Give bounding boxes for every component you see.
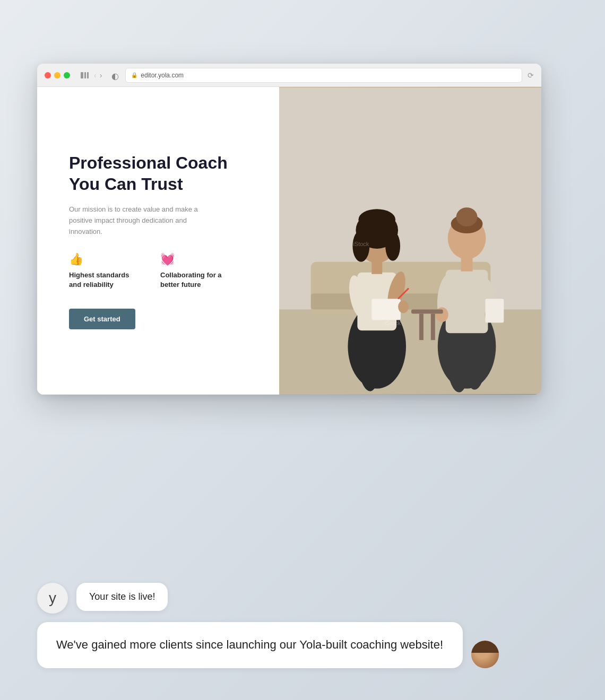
svg-point-15 xyxy=(398,301,409,313)
user-avatar-hair xyxy=(471,641,499,653)
feature-2: 💓 Collaborating for a better future xyxy=(160,252,235,290)
svg-rect-33 xyxy=(419,313,424,340)
svg-point-23 xyxy=(456,207,478,226)
chat-bubble-1: Your site is live! xyxy=(76,583,168,611)
watermark-1: iStock xyxy=(353,241,369,247)
browser-window: ‹ › ◐ 🔒 editor.yola.com ⟳ Professional C… xyxy=(37,64,541,395)
get-started-button[interactable]: Get started xyxy=(69,309,135,329)
thumbsup-icon: 👍 xyxy=(69,252,143,266)
chat-row-2: We've gained more clients since launchin… xyxy=(37,622,499,668)
refresh-button[interactable]: ⟳ xyxy=(528,71,534,80)
back-button[interactable]: ‹ xyxy=(94,72,97,79)
user-avatar xyxy=(471,641,499,668)
chat-section: y Your site is live! We've gained more c… xyxy=(37,583,499,668)
right-panel: iStock iStock xyxy=(279,87,541,395)
feature-1: 👍 Highest standards and reliability xyxy=(69,252,143,290)
browser-chrome: ‹ › ◐ 🔒 editor.yola.com ⟳ xyxy=(37,64,541,87)
forward-button[interactable]: › xyxy=(100,72,102,79)
svg-point-9 xyxy=(385,231,400,261)
svg-point-10 xyxy=(358,209,395,230)
svg-rect-11 xyxy=(371,261,382,274)
features-row: 👍 Highest standards and reliability 💓 Co… xyxy=(69,252,253,290)
nav-arrows: ‹ › xyxy=(94,72,102,79)
hero-photo: iStock iStock xyxy=(279,87,541,395)
minimize-button[interactable] xyxy=(54,72,60,78)
svg-rect-24 xyxy=(461,258,473,272)
privacy-icon: ◐ xyxy=(111,71,120,80)
hero-description: Our mission is to create value and make … xyxy=(69,204,218,237)
chat-bubble-2: We've gained more clients since launchin… xyxy=(37,622,463,668)
yola-avatar: y xyxy=(37,583,68,614)
address-bar[interactable]: 🔒 editor.yola.com xyxy=(125,68,522,83)
heart-icon: 💓 xyxy=(160,252,235,266)
maximize-button[interactable] xyxy=(64,72,70,78)
watermark-2: iStock xyxy=(385,320,401,326)
coaching-illustration: iStock iStock xyxy=(279,87,541,395)
close-button[interactable] xyxy=(45,72,51,78)
traffic-lights xyxy=(45,72,70,78)
left-panel: Professional Coach You Can Trust Our mis… xyxy=(37,87,279,395)
lock-icon: 🔒 xyxy=(131,72,137,78)
url-text: editor.yola.com xyxy=(141,72,184,79)
hero-title: Professional Coach You Can Trust xyxy=(69,152,253,195)
website-content: Professional Coach You Can Trust Our mis… xyxy=(37,87,541,395)
svg-rect-32 xyxy=(411,309,443,313)
svg-rect-14 xyxy=(371,299,401,320)
svg-rect-34 xyxy=(431,313,435,340)
sidebar-toggle[interactable] xyxy=(81,72,89,78)
svg-rect-29 xyxy=(485,299,504,323)
feature-1-label: Highest standards and reliability xyxy=(69,270,143,290)
chat-row-1: y Your site is live! xyxy=(37,583,499,614)
feature-2-label: Collaborating for a better future xyxy=(160,270,235,290)
user-avatar-face xyxy=(471,641,499,668)
